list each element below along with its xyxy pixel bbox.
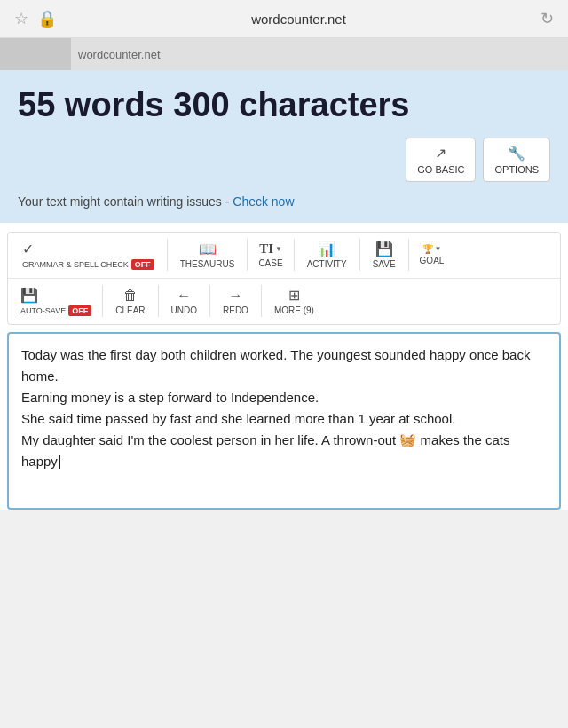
case-button[interactable]: TI ▼ CASE [251, 237, 289, 273]
goal-button[interactable]: 🏆 ▼ GOAL [413, 240, 452, 270]
autosave-icon: 💾 [20, 287, 38, 304]
save-label: SAVE [373, 259, 396, 269]
thesaurus-button[interactable]: 📖 THESAURUS [171, 236, 244, 273]
grammar-label: GRAMMAR & SPELL CHECK [22, 260, 129, 269]
page-content: 55 words 300 characters ↗ GO BASIC 🔧 OPT… [0, 70, 568, 510]
checkmark-icon: ✓ [22, 241, 34, 257]
clear-label: CLEAR [115, 305, 145, 315]
browser-chrome: ☆ 🔒 wordcounter.net ↻ [0, 0, 568, 38]
goal-icon: 🏆 [422, 244, 433, 254]
toolbar-row-2: 💾 AUTO-SAVE OFF 🗑 CLEAR ← UNDO [8, 279, 560, 324]
thesaurus-label: THESAURUS [180, 259, 235, 269]
tab-strip: wordcounter.net [0, 38, 568, 70]
separator [102, 285, 103, 317]
undo-icon: ← [177, 288, 191, 304]
separator [167, 239, 168, 271]
text-editor[interactable]: Today was the first day both children wo… [7, 332, 561, 510]
options-button[interactable]: 🔧 OPTIONS [483, 138, 550, 182]
tab-thumbnail[interactable] [0, 38, 71, 70]
separator [261, 285, 262, 317]
goal-arrow-icon: ▼ [435, 245, 442, 253]
tab-label[interactable]: wordcounter.net [71, 48, 161, 61]
go-basic-button[interactable]: ↗ GO BASIC [406, 138, 476, 182]
stats-buttons: ↗ GO BASIC 🔧 OPTIONS [18, 138, 550, 182]
stats-heading: 55 words 300 characters [18, 86, 550, 125]
grammar-off-badge: OFF [131, 259, 154, 270]
more-label: MORE (9) [274, 305, 314, 315]
options-icon: 🔧 [508, 145, 525, 162]
browser-url[interactable]: wordcounter.net [57, 12, 540, 27]
lock-icon: 🔒 [37, 9, 57, 28]
separator [247, 239, 248, 271]
separator [158, 285, 159, 317]
separator [408, 239, 409, 271]
redo-icon: → [228, 288, 242, 304]
bookmark-icon[interactable]: ☆ [14, 9, 28, 28]
toolbar-row-1: ✓ GRAMMAR & SPELL CHECK OFF 📖 THESAURUS … [8, 233, 560, 279]
check-now-link[interactable]: Check now [233, 194, 294, 209]
undo-button[interactable]: ← UNDO [162, 283, 206, 320]
redo-button[interactable]: → REDO [214, 283, 257, 320]
more-icon: ⊞ [288, 287, 300, 304]
activity-icon: 📊 [318, 241, 335, 257]
autosave-container: 💾 AUTO-SAVE OFF [13, 282, 99, 320]
options-label: OPTIONS [494, 164, 539, 175]
clear-button[interactable]: 🗑 CLEAR [106, 283, 154, 320]
reload-icon[interactable]: ↻ [540, 9, 554, 28]
separator [209, 285, 210, 317]
autosave-label: AUTO-SAVE [20, 306, 66, 315]
undo-label: UNDO [171, 305, 197, 315]
clear-icon: 🗑 [123, 288, 138, 304]
browser-icons-left: ☆ 🔒 [14, 9, 57, 28]
redo-label: REDO [223, 305, 248, 315]
goal-label: GOAL [420, 256, 445, 265]
case-icon: TI [259, 241, 273, 257]
text-content: Today was the first day both children wo… [21, 344, 547, 472]
thesaurus-icon: 📖 [199, 241, 217, 257]
separator [294, 239, 295, 271]
case-arrow-icon: ▼ [275, 245, 282, 253]
save-icon: 💾 [375, 241, 393, 257]
go-basic-icon: ↗ [435, 145, 446, 162]
autosave-off-badge: OFF [68, 305, 91, 316]
text-cursor [59, 455, 60, 469]
save-button[interactable]: 💾 SAVE [364, 236, 405, 273]
separator [359, 239, 360, 271]
activity-button[interactable]: 📊 ACTIVITY [298, 236, 356, 273]
activity-label: ACTIVITY [307, 259, 347, 269]
toolbar-section: ✓ GRAMMAR & SPELL CHECK OFF 📖 THESAURUS … [7, 232, 561, 325]
case-label: CASE [258, 258, 282, 268]
stats-section: 55 words 300 characters ↗ GO BASIC 🔧 OPT… [0, 70, 568, 223]
more-button[interactable]: ⊞ MORE (9) [265, 282, 323, 320]
grammar-spell-check-button[interactable]: ✓ GRAMMAR & SPELL CHECK OFF [13, 236, 163, 274]
go-basic-label: GO BASIC [417, 164, 464, 175]
writing-issues-text: Your text might contain writing issues -… [18, 194, 550, 209]
